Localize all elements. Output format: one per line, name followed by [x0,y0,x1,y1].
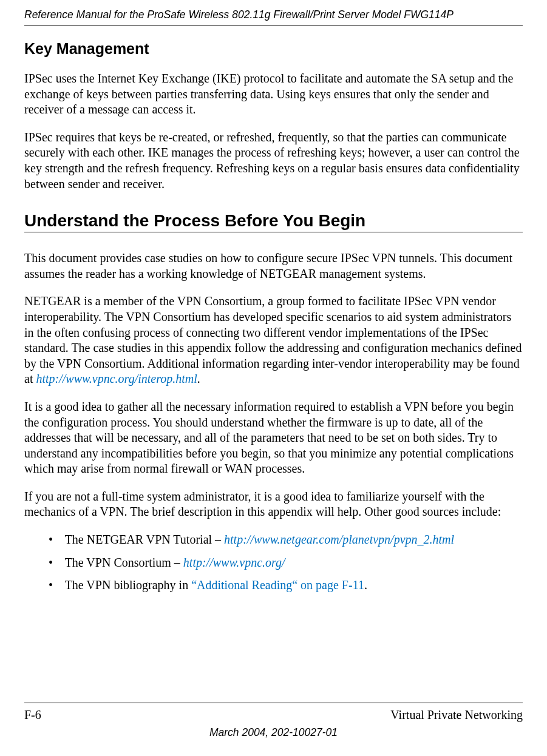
link-vpnc-interop[interactable]: http://www.vpnc.org/interop.html [36,372,197,385]
footer-section-title: Virtual Private Networking [390,707,523,723]
list-item-text: The VPN Consortium – [65,556,183,569]
list-item: The VPN bibliography in “Additional Read… [36,578,523,593]
link-vpnc[interactable]: http://www.vpnc.org/ [183,556,285,569]
page-footer: F-6 Virtual Private Networking March 200… [24,703,523,739]
heading-rule [24,232,523,232]
list-item-text: The NETGEAR VPN Tutorial – [65,533,224,546]
list-item-text: The VPN bibliography in [65,578,192,592]
footer-rule [24,703,523,703]
list-item-text: . [364,578,367,592]
footer-date: March 2004, 202-10027-01 [24,726,523,739]
paragraph: If you are not a full-time system admini… [24,489,523,520]
running-header: Reference Manual for the ProSafe Wireles… [24,0,523,25]
page: Reference Manual for the ProSafe Wireles… [0,0,547,756]
list-item: The VPN Consortium – http://www.vpnc.org… [36,555,523,571]
paragraph: NETGEAR is a member of the VPN Consortiu… [24,294,523,387]
paragraph-text: . [197,372,200,385]
page-number: F-6 [24,707,41,723]
footer-row: F-6 Virtual Private Networking [24,707,523,723]
paragraph: It is a good idea to gather all the nece… [24,399,523,477]
bullet-list: The NETGEAR VPN Tutorial – http://www.ne… [24,532,523,593]
link-netgear-tutorial[interactable]: http://www.netgear.com/planetvpn/pvpn_2.… [224,533,454,546]
xref-additional-reading[interactable]: “Additional Reading“ on page F-11 [191,578,364,592]
paragraph: This document provides case studies on h… [24,251,523,282]
heading-understand-process: Understand the Process Before You Begin [24,211,523,231]
paragraph: IPSec uses the Internet Key Exchange (IK… [24,71,523,118]
heading-key-management: Key Management [24,40,523,58]
list-item: The NETGEAR VPN Tutorial – http://www.ne… [36,532,523,548]
header-rule [24,25,523,25]
paragraph: IPSec requires that keys be re-created, … [24,130,523,192]
